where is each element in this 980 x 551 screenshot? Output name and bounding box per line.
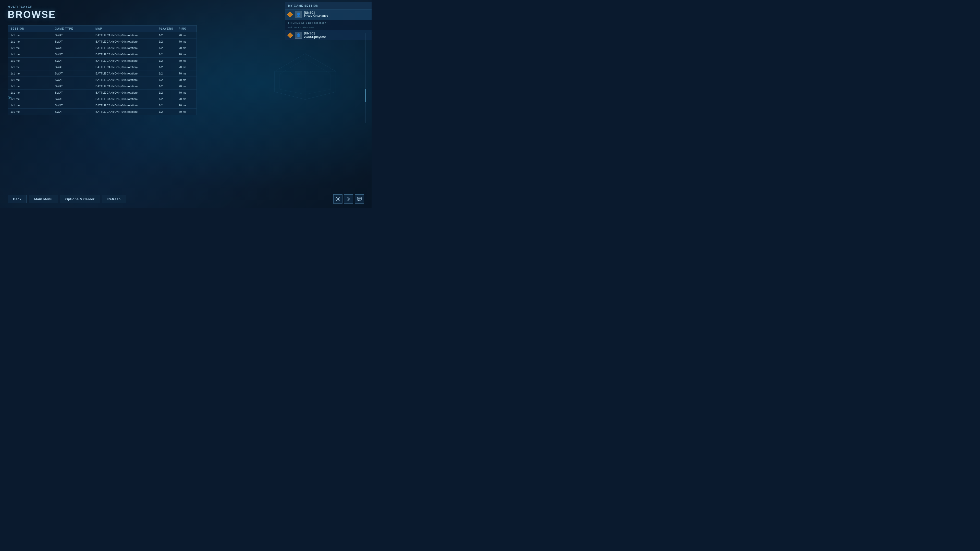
game-session-header: MY GAME SESSION	[285, 2, 372, 10]
player-tag: [UNSC]	[304, 11, 328, 14]
gear-icon	[346, 197, 351, 201]
table-row[interactable]: 1v1 me SWAT BATTLE CANYON (+0 in rotatio…	[8, 51, 197, 58]
map-cell: BATTLE CANYON (+0 in rotation)	[93, 64, 156, 70]
map-cell: BATTLE CANYON (+0 in rotation)	[93, 83, 156, 89]
gametype-cell: SWAT	[52, 38, 93, 45]
gametype-cell: SWAT	[52, 89, 93, 96]
ping-cell: 70 ms	[176, 109, 197, 115]
ping-cell: 70 ms	[176, 70, 197, 77]
session-cell: 1v1 me	[8, 51, 52, 58]
players-cell: 1/2	[156, 96, 176, 102]
rank-icon	[288, 11, 293, 17]
gametype-cell: SWAT	[52, 58, 93, 64]
ping-cell: 70 ms	[176, 58, 197, 64]
gametype-cell: SWAT	[52, 109, 93, 115]
gametype-cell: SWAT	[52, 96, 93, 102]
session-cell: 1v1 me	[8, 89, 52, 96]
scrollbar-track	[365, 33, 366, 123]
steam-icon	[336, 197, 340, 201]
bottom-bar: Back Main Menu Options & Career Refresh	[8, 194, 364, 203]
steam-icon-button[interactable]	[333, 194, 342, 203]
players-cell: 1/2	[156, 83, 176, 89]
main-menu-button[interactable]: Main Menu	[29, 195, 58, 203]
players-cell: 1/2	[156, 89, 176, 96]
map-cell: BATTLE CANYON (+0 in rotation)	[93, 58, 156, 64]
session-cell: 1v1 me	[8, 102, 52, 109]
scrollbar-thumb	[365, 89, 366, 102]
gametype-cell: SWAT	[52, 32, 93, 38]
svg-rect-12	[357, 197, 361, 200]
table-row[interactable]: 1v1 me SWAT BATTLE CANYON (+0 in rotatio…	[8, 96, 197, 102]
players-cell: 1/2	[156, 32, 176, 38]
session-cell: 1v1 me	[8, 70, 52, 77]
col-header-gametype: GAME TYPE	[52, 25, 93, 32]
gametype-cell: SWAT	[52, 64, 93, 70]
ping-cell: 70 ms	[176, 32, 197, 38]
chat-icon-button[interactable]	[355, 194, 364, 203]
col-header-ping: PING	[176, 25, 197, 32]
map-cell: BATTLE CANYON (+0 in rotation)	[93, 89, 156, 96]
table-row[interactable]: 1v1 me SWAT BATTLE CANYON (+0 in rotatio…	[8, 58, 197, 64]
gametype-cell: SWAT	[52, 45, 93, 51]
col-header-map: MAP	[93, 25, 156, 32]
player-avatar: 👤	[295, 11, 302, 18]
map-cell: BATTLE CANYON (+0 in rotation)	[93, 102, 156, 109]
gametype-cell: SWAT	[52, 77, 93, 83]
bottom-right-icons	[333, 194, 364, 203]
map-cell: BATTLE CANYON (+0 in rotation)	[93, 45, 156, 51]
session-cell: 1v1 me	[8, 58, 52, 64]
bottom-left-buttons: Back Main Menu Options & Career Refresh	[8, 195, 126, 203]
players-cell: 1/2	[156, 70, 176, 77]
session-cell: 1v1 me	[8, 64, 52, 70]
session-table-wrapper: SESSION GAME TYPE MAP PLAYERS PING 1v1 m…	[8, 25, 364, 115]
player-gamertag: 2 Dev 585452877	[304, 14, 328, 18]
players-cell: 1/2	[156, 77, 176, 83]
map-cell: BATTLE CANYON (+0 in rotation)	[93, 109, 156, 115]
table-row[interactable]: 1v1 me SWAT BATTLE CANYON (+0 in rotatio…	[8, 70, 197, 77]
map-cell: BATTLE CANYON (+0 in rotation)	[93, 77, 156, 83]
gametype-cell: SWAT	[52, 51, 93, 58]
table-row[interactable]: 1v1 me SWAT BATTLE CANYON (+0 in rotatio…	[8, 102, 197, 109]
options-career-button[interactable]: Options & Career	[60, 195, 100, 203]
table-row[interactable]: 1v1 me SWAT BATTLE CANYON (+0 in rotatio…	[8, 32, 197, 38]
ping-cell: 70 ms	[176, 96, 197, 102]
map-cell: BATTLE CANYON (+0 in rotation)	[93, 96, 156, 102]
table-row[interactable]: 1v1 me SWAT BATTLE CANYON (+0 in rotatio…	[8, 77, 197, 83]
map-cell: BATTLE CANYON (+0 in rotation)	[93, 70, 156, 77]
map-cell: BATTLE CANYON (+0 in rotation)	[93, 51, 156, 58]
main-content: MY GAME SESSION 👤 [UNSC] 2 Dev 585452877…	[0, 0, 372, 208]
table-row[interactable]: 1v1 me SWAT BATTLE CANYON (+0 in rotatio…	[8, 89, 197, 96]
table-row[interactable]: 1v1 me SWAT BATTLE CANYON (+0 in rotatio…	[8, 64, 197, 70]
players-cell: 1/2	[156, 45, 176, 51]
chat-icon	[357, 197, 362, 201]
ping-cell: 70 ms	[176, 38, 197, 45]
players-cell: 1/2	[156, 109, 176, 115]
table-row[interactable]: 1v1 me SWAT BATTLE CANYON (+0 in rotatio…	[8, 45, 197, 51]
gametype-cell: SWAT	[52, 83, 93, 89]
refresh-button[interactable]: Refresh	[102, 195, 126, 203]
ping-cell: 70 ms	[176, 77, 197, 83]
svg-point-6	[337, 198, 339, 200]
settings-icon-button[interactable]	[344, 194, 353, 203]
arrow-decoration: ➤	[8, 94, 12, 100]
back-button[interactable]: Back	[8, 195, 27, 203]
session-cell: 1v1 me	[8, 96, 52, 102]
players-cell: 1/2	[156, 102, 176, 109]
session-cell: 1v1 me	[8, 38, 52, 45]
current-player-row: 👤 [UNSC] 2 Dev 585452877	[285, 10, 372, 20]
map-cell: BATTLE CANYON (+0 in rotation)	[93, 32, 156, 38]
map-cell: BATTLE CANYON (+0 in rotation)	[93, 38, 156, 45]
table-row[interactable]: 1v1 me SWAT BATTLE CANYON (+0 in rotatio…	[8, 38, 197, 45]
svg-point-11	[348, 198, 349, 200]
players-cell: 1/2	[156, 38, 176, 45]
ping-cell: 70 ms	[176, 89, 197, 96]
ping-cell: 70 ms	[176, 45, 197, 51]
ping-cell: 70 ms	[176, 102, 197, 109]
players-cell: 1/2	[156, 51, 176, 58]
friends-header: FRIENDS OF 2 Dev 585452877	[285, 20, 372, 26]
table-row[interactable]: 1v1 me SWAT BATTLE CANYON (+0 in rotatio…	[8, 109, 197, 115]
col-header-players: PLAYERS	[156, 25, 176, 32]
players-cell: 1/2	[156, 64, 176, 70]
gametype-cell: SWAT	[52, 70, 93, 77]
table-row[interactable]: 1v1 me SWAT BATTLE CANYON (+0 in rotatio…	[8, 83, 197, 89]
